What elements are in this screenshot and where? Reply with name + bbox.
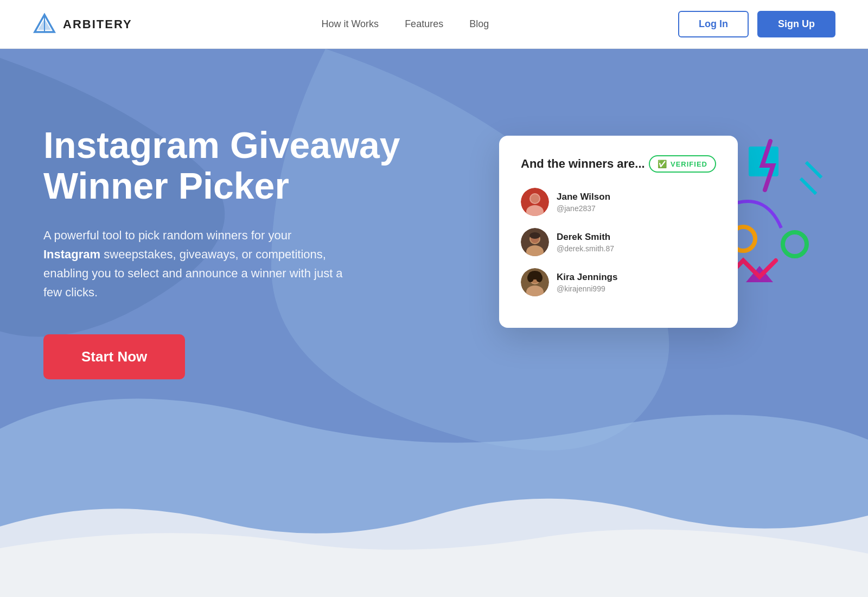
hero-description-bold: Instagram	[43, 247, 100, 261]
logo-icon	[33, 12, 56, 36]
winner-name-1: Jane Wilson	[557, 192, 610, 202]
winner-avatar-3	[521, 268, 549, 296]
hero-section: Instagram Giveaway Winner Picker A power…	[0, 49, 868, 597]
winner-avatar-1	[521, 188, 549, 216]
winners-card-header: And the winners are... ✅ VERIFIED	[521, 155, 716, 173]
nav-how-it-works[interactable]: How it Works	[321, 18, 379, 30]
winner-row-3: Kira Jennings @kirajenni999	[521, 268, 716, 296]
nav-features[interactable]: Features	[405, 18, 443, 30]
nav-blog[interactable]: Blog	[469, 18, 489, 30]
login-button[interactable]: Log In	[678, 11, 749, 37]
navbar: ARBITERY How it Works Features Blog Log …	[0, 0, 868, 49]
winners-card-title: And the winners are...	[521, 157, 645, 171]
winner-info-1: Jane Wilson @jane2837	[557, 192, 610, 213]
hero-left: Instagram Giveaway Winner Picker A power…	[43, 103, 412, 379]
nav-links: How it Works Features Blog	[321, 18, 489, 30]
winner-handle-2: @derek.smith.87	[557, 244, 614, 253]
brand-name: ARBITERY	[63, 17, 132, 31]
hero-content: Instagram Giveaway Winner Picker A power…	[0, 49, 868, 597]
verified-badge: ✅ VERIFIED	[649, 155, 716, 173]
winner-avatar-2	[521, 228, 549, 256]
start-now-button[interactable]: Start Now	[43, 334, 185, 379]
hero-title: Instagram Giveaway Winner Picker	[43, 125, 412, 206]
winner-name-3: Kira Jennings	[557, 272, 617, 283]
signup-button[interactable]: Sign Up	[757, 11, 835, 37]
winner-row-2: Derek Smith @derek.smith.87	[521, 228, 716, 256]
svg-rect-25	[805, 161, 823, 179]
svg-point-18	[527, 274, 534, 282]
svg-point-12	[529, 232, 540, 239]
verified-check-icon: ✅	[658, 160, 667, 168]
winner-info-2: Derek Smith @derek.smith.87	[557, 232, 614, 253]
winner-name-2: Derek Smith	[557, 232, 614, 243]
winner-handle-3: @kirajenni999	[557, 284, 617, 293]
winner-handle-1: @jane2837	[557, 204, 610, 213]
winner-row-1: Jane Wilson @jane2837	[521, 188, 716, 216]
hero-right: And the winners are... ✅ VERIFIED	[412, 103, 825, 328]
verified-label: VERIFIED	[671, 160, 707, 168]
nav-actions: Log In Sign Up	[678, 11, 835, 37]
svg-point-23	[783, 232, 807, 256]
svg-point-19	[536, 274, 542, 282]
svg-rect-24	[800, 177, 818, 195]
hero-description: A powerful tool to pick random winners f…	[43, 226, 347, 302]
svg-point-7	[531, 194, 539, 203]
winner-info-3: Kira Jennings @kirajenni999	[557, 272, 617, 293]
winners-card: And the winners are... ✅ VERIFIED	[499, 136, 738, 328]
hero-description-prefix: A powerful tool to pick random winners f…	[43, 228, 291, 242]
logo-area: ARBITERY	[33, 12, 132, 36]
